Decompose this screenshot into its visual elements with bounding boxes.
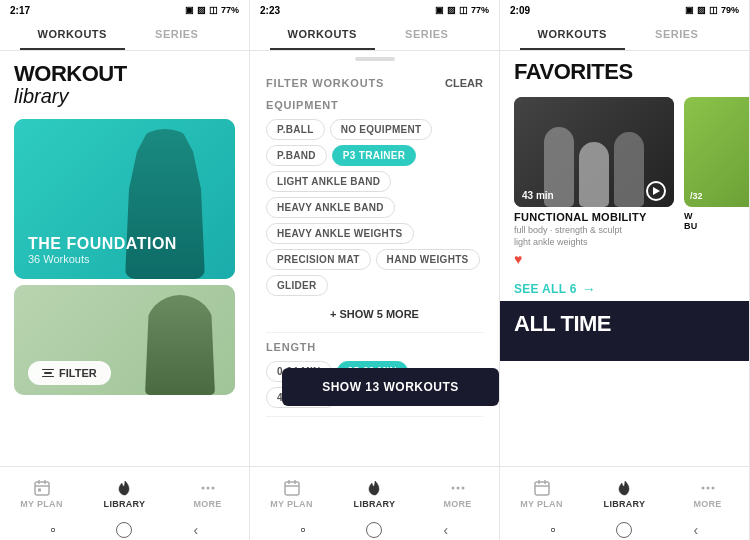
see-all-row[interactable]: SEE ALL 6 →	[500, 277, 749, 301]
equipment-chips: P.BALL NO EQUIPMENT P.BAND P3 TRAINER LI…	[266, 119, 483, 296]
nav-library-label-2: LIBRARY	[354, 499, 396, 509]
nav-more-1[interactable]: MORE	[166, 467, 249, 520]
svg-point-20	[706, 486, 709, 489]
favorites-header: FAVORITES	[500, 51, 749, 91]
svg-rect-8	[285, 482, 299, 495]
workout-card-name-1: FUNCTIONAL MOBILITY	[514, 211, 674, 223]
panel-workout-library: 2:17 ▣ ▨ ◫ 77% WORKOUTS SERIES WORKOUT l…	[0, 0, 250, 540]
nav-my-plan-label-2: MY PLAN	[270, 499, 312, 509]
tab-workouts-2[interactable]: WORKOUTS	[270, 20, 375, 50]
tab-workouts-3[interactable]: WORKOUTS	[520, 20, 625, 50]
nav-library-1[interactable]: LIBRARY	[83, 467, 166, 520]
calendar-icon	[32, 479, 52, 497]
tab-series-3[interactable]: SERIES	[625, 20, 730, 50]
chip-heavy-ankle-weights[interactable]: HEAVY ANKLE WEIGHTS	[266, 223, 414, 244]
length-title: LENGTH	[266, 341, 483, 353]
time-2: 2:23	[260, 5, 280, 16]
nav-library-2[interactable]: LIBRARY	[333, 467, 416, 520]
divider-length	[266, 332, 483, 333]
clear-button[interactable]: CLEAR	[445, 77, 483, 89]
top-tabs-3: WORKOUTS SERIES	[500, 20, 749, 51]
thumb-duration-1: 43 min	[522, 190, 554, 201]
gesture-bar-2: ‹	[250, 520, 499, 540]
bottom-nav-1: MY PLAN LIBRARY MORE	[0, 466, 249, 520]
chip-no-equipment[interactable]: NO EQUIPMENT	[330, 119, 433, 140]
panel-filter: 2:23 ▣ ▨ ◫ 77% WORKOUTS SERIES FILTER WO…	[250, 0, 500, 540]
flame-icon-2	[365, 479, 385, 497]
all-time-section: ALL TIME	[500, 301, 749, 361]
workout-subtitle: library	[14, 85, 235, 107]
nav-my-plan-label-3: MY PLAN	[520, 499, 562, 509]
nav-my-plan-3[interactable]: MY PLAN	[500, 467, 583, 520]
svg-point-6	[206, 486, 209, 489]
gesture-circle-2	[366, 522, 382, 538]
drag-handle	[355, 57, 395, 61]
see-all-text: SEE ALL 6	[514, 282, 577, 296]
gesture-chevron-3: ‹	[694, 522, 699, 538]
svg-point-7	[211, 486, 214, 489]
gesture-bar-3: ‹	[500, 520, 749, 540]
gesture-dot-2	[301, 528, 305, 532]
gesture-circle-3	[616, 522, 632, 538]
workout-title: WORKOUT	[14, 63, 235, 85]
favorites-content: FAVORITES 43 min	[500, 51, 749, 466]
time-1: 2:17	[10, 5, 30, 16]
gesture-chevron: ‹	[194, 522, 199, 538]
gesture-circle	[116, 522, 132, 538]
workout-card-info-1: FUNCTIONAL MOBILITY full body · strength…	[514, 207, 674, 271]
filter-button[interactable]: FILTER	[28, 361, 111, 385]
nav-more-2[interactable]: MORE	[416, 467, 499, 520]
tab-series-1[interactable]: SERIES	[125, 20, 230, 50]
gesture-dot	[51, 528, 55, 532]
chip-heavy-ankle-band[interactable]: HEAVY ANKLE BAND	[266, 197, 395, 218]
second-card[interactable]: FILTER	[14, 285, 235, 395]
calendar-icon-2	[282, 479, 302, 497]
svg-rect-4	[38, 488, 41, 491]
nav-library-3[interactable]: LIBRARY	[583, 467, 666, 520]
workout-cards-row: 43 min FUNCTIONAL MOBILITY full body · s…	[500, 91, 749, 277]
nav-more-3[interactable]: MORE	[666, 467, 749, 520]
hero-card-text: THE FOUNDATION 36 Workouts	[28, 235, 177, 265]
workout-header: WORKOUT library	[0, 51, 249, 113]
flame-icon	[115, 479, 135, 497]
chip-p3-trainer[interactable]: P3 TRAINER	[332, 145, 416, 166]
svg-point-5	[201, 486, 204, 489]
favorites-title: FAVORITES	[514, 59, 735, 85]
nav-my-plan-1[interactable]: MY PLAN	[0, 467, 83, 520]
chip-precision-mat[interactable]: PRECISION MAT	[266, 249, 371, 270]
chip-hand-weights[interactable]: HAND WEIGHTS	[376, 249, 480, 270]
heart-icon-1[interactable]: ♥	[514, 251, 674, 267]
more-icon-2	[448, 479, 468, 497]
filter-label: FILTER	[59, 367, 97, 379]
calendar-icon-3	[532, 479, 552, 497]
top-tabs-2: WORKOUTS SERIES	[250, 20, 499, 51]
chip-light-ankle[interactable]: LIGHT ANKLE BAND	[266, 171, 391, 192]
tab-workouts-1[interactable]: WORKOUTS	[20, 20, 125, 50]
tab-series-2[interactable]: SERIES	[375, 20, 480, 50]
hero-card[interactable]: THE FOUNDATION 36 Workouts	[14, 119, 235, 279]
panel-favorites: 2:09 ▣ ▨ ◫ 79% WORKOUTS SERIES FAVORITES	[500, 0, 750, 540]
svg-rect-0	[35, 482, 49, 495]
time-3: 2:09	[510, 5, 530, 16]
thumb-duration-2: /32	[690, 191, 703, 201]
see-all-arrow: →	[582, 281, 596, 297]
chip-glider[interactable]: GLIDER	[266, 275, 328, 296]
nav-my-plan-2[interactable]: MY PLAN	[250, 467, 333, 520]
workout-card-2[interactable]: /32 WBU	[684, 97, 749, 271]
play-button-1[interactable]	[646, 181, 666, 201]
more-icon-1	[198, 479, 218, 497]
svg-rect-15	[535, 482, 549, 495]
second-figure	[145, 295, 215, 395]
workout-card-1[interactable]: 43 min FUNCTIONAL MOBILITY full body · s…	[514, 97, 674, 271]
svg-point-19	[701, 486, 704, 489]
chip-pband[interactable]: P.BAND	[266, 145, 327, 166]
top-tabs-1: WORKOUTS SERIES	[0, 20, 249, 51]
workout-card-name-2: WBU	[684, 211, 749, 231]
play-triangle-1	[653, 187, 660, 195]
show-workouts-button[interactable]: SHOW 13 WORKOUTS	[282, 368, 499, 406]
nav-more-label-2: MORE	[443, 499, 471, 509]
status-bar-3: 2:09 ▣ ▨ ◫ 79%	[500, 0, 749, 20]
chip-pball[interactable]: P.BALL	[266, 119, 325, 140]
nav-more-label-3: MORE	[693, 499, 721, 509]
show-more-equipment[interactable]: + SHOW 5 MORE	[266, 304, 483, 324]
